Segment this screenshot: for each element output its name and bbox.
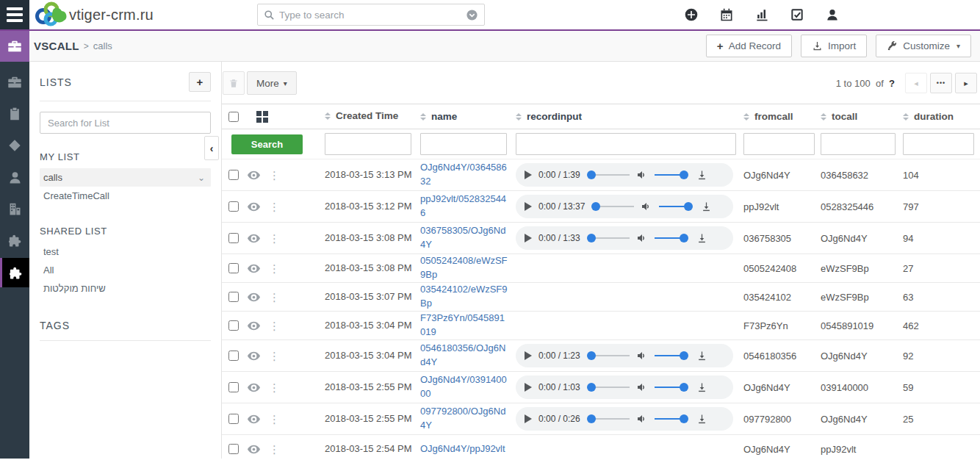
list-item[interactable]: שיחות מוקלטות ⌄	[40, 279, 211, 298]
volume-slider[interactable]	[655, 233, 688, 243]
speaker-icon[interactable]	[636, 413, 648, 425]
volume-slider[interactable]	[659, 201, 693, 212]
play-icon[interactable]	[525, 202, 532, 211]
filter-input-name[interactable]	[420, 133, 507, 155]
record-link[interactable]: F73Pz6Yn/0545891019	[420, 312, 508, 339]
hamburger-menu-icon[interactable]	[0, 0, 29, 29]
user-profile-icon[interactable]	[824, 7, 840, 23]
volume-slider[interactable]	[655, 414, 688, 424]
record-link[interactable]: OJg6Nd4Y/ppJ92vlt	[420, 442, 508, 456]
volume-slider[interactable]	[655, 170, 688, 180]
module-contacts-icon[interactable]	[0, 168, 29, 186]
speaker-icon[interactable]	[636, 169, 648, 181]
module-organizations-icon[interactable]	[0, 200, 29, 218]
speaker-icon[interactable]	[636, 381, 648, 393]
eye-preview-icon[interactable]	[248, 321, 260, 331]
breadcrumb-module[interactable]: VSCALL	[34, 40, 79, 52]
row-checkbox[interactable]	[228, 201, 239, 212]
add-record-button[interactable]: + Add Record	[706, 35, 792, 57]
row-checkbox[interactable]	[228, 263, 239, 273]
record-link[interactable]: 0546180356/OJg6Nd4Y	[420, 342, 508, 370]
list-item[interactable]: calls ⌄	[40, 168, 211, 187]
list-item[interactable]: test ⌄	[40, 242, 211, 261]
kebab-menu-icon[interactable]: ⋮	[269, 201, 275, 212]
calendar-icon[interactable]	[718, 7, 735, 23]
row-checkbox[interactable]	[228, 170, 239, 180]
seek-slider[interactable]	[587, 414, 630, 424]
import-button[interactable]: Import	[801, 35, 867, 57]
eye-preview-icon[interactable]	[248, 445, 260, 454]
add-list-button[interactable]: +	[189, 72, 211, 92]
kebab-menu-icon[interactable]: ⋮	[269, 292, 275, 303]
record-link[interactable]: OJg6Nd4Y/039140000	[420, 373, 508, 401]
module-briefcase-icon[interactable]	[0, 73, 29, 91]
module-extensions-icon[interactable]	[0, 231, 29, 249]
search-scope-chevron-icon[interactable]	[466, 9, 478, 21]
quick-create-icon[interactable]	[683, 7, 699, 23]
kebab-menu-icon[interactable]: ⋮	[269, 414, 275, 425]
speaker-icon[interactable]	[636, 232, 648, 244]
record-link[interactable]: ppJ92vlt/0528325446	[420, 193, 508, 220]
delete-button[interactable]	[223, 71, 245, 95]
kebab-menu-icon[interactable]: ⋮	[269, 233, 275, 244]
speaker-icon[interactable]	[636, 350, 648, 362]
record-link[interactable]: 0505242408/eWzSF9Bp	[420, 254, 508, 282]
record-link[interactable]: 035424102/eWzSF9Bp	[420, 283, 508, 311]
kebab-menu-icon[interactable]: ⋮	[269, 170, 275, 181]
filter-input-tocall[interactable]	[821, 133, 896, 155]
search-button[interactable]: Search	[231, 134, 303, 154]
reports-chart-icon[interactable]	[754, 7, 770, 23]
filter-input-created-time[interactable]	[325, 133, 411, 155]
grid-view-icon[interactable]	[256, 111, 268, 123]
row-checkbox[interactable]	[228, 292, 239, 302]
tasks-icon[interactable]	[789, 7, 805, 23]
row-checkbox[interactable]	[228, 444, 239, 454]
download-icon[interactable]	[696, 169, 707, 181]
page-next-button[interactable]: ▸	[955, 73, 977, 93]
column-header-duration[interactable]: duration	[903, 111, 977, 122]
module-briefcase-active[interactable]	[0, 31, 29, 62]
record-link[interactable]: OJg6Nd4Y/036458632	[420, 161, 508, 189]
module-clipboard-icon[interactable]	[0, 105, 29, 123]
row-checkbox[interactable]	[228, 351, 239, 361]
eye-preview-icon[interactable]	[248, 351, 260, 361]
seek-slider[interactable]	[587, 382, 630, 392]
eye-preview-icon[interactable]	[248, 383, 260, 392]
more-button[interactable]: More ▾	[247, 71, 297, 95]
seek-slider[interactable]	[587, 233, 630, 243]
play-icon[interactable]	[525, 414, 532, 423]
column-header-tocall[interactable]: tocall	[821, 111, 903, 122]
customize-button[interactable]: Customize ▾	[876, 35, 971, 57]
row-checkbox[interactable]	[228, 414, 239, 424]
filter-input-fromcall[interactable]	[743, 133, 815, 155]
column-header-created-time[interactable]: Created Time	[325, 109, 420, 123]
play-icon[interactable]	[525, 234, 532, 242]
volume-slider[interactable]	[655, 351, 688, 361]
column-header-recordinput[interactable]: recordinput	[516, 111, 743, 122]
brand[interactable]: vtiger-crm.ru	[29, 0, 257, 29]
global-search-input[interactable]	[275, 10, 466, 21]
kebab-menu-icon[interactable]: ⋮	[269, 444, 275, 455]
eye-preview-icon[interactable]	[248, 264, 260, 273]
play-icon[interactable]	[525, 351, 532, 360]
record-link[interactable]: 097792800/OJg6Nd4Y	[420, 405, 508, 433]
seek-slider[interactable]	[587, 170, 630, 180]
row-checkbox[interactable]	[228, 382, 239, 392]
page-jump-button[interactable]: •••	[930, 73, 952, 93]
column-header-name[interactable]: name	[420, 111, 516, 122]
eye-preview-icon[interactable]	[248, 292, 260, 302]
sidebar-collapse-button[interactable]: ‹	[204, 136, 219, 160]
record-link[interactable]: 036758305/OJg6Nd4Y	[420, 224, 508, 252]
seek-slider[interactable]	[591, 201, 634, 212]
seek-slider[interactable]	[587, 351, 630, 361]
download-icon[interactable]	[696, 232, 707, 244]
eye-preview-icon[interactable]	[248, 202, 260, 212]
eye-preview-icon[interactable]	[248, 234, 260, 243]
download-icon[interactable]	[696, 350, 707, 362]
kebab-menu-icon[interactable]: ⋮	[269, 382, 275, 393]
column-header-fromcall[interactable]: fromcall	[743, 111, 821, 122]
kebab-menu-icon[interactable]: ⋮	[269, 263, 275, 274]
list-item[interactable]: CreateTimeCall ⌄	[40, 187, 211, 205]
filter-input-recordinput[interactable]	[516, 133, 736, 155]
kebab-menu-icon[interactable]: ⋮	[269, 320, 275, 331]
